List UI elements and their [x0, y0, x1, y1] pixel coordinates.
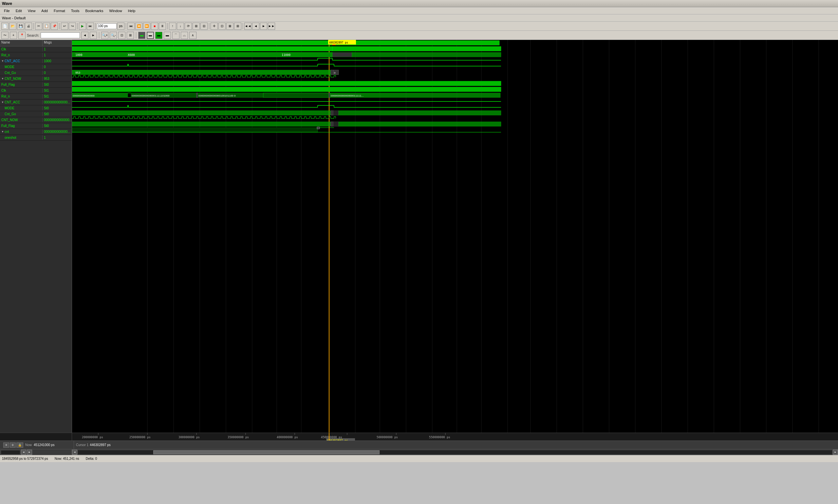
signal-name-oneshot[interactable]: oneshot [0, 136, 42, 140]
zoom-input[interactable] [97, 23, 117, 29]
now-zoom-icons[interactable]: ☀ [3, 443, 9, 448]
tb-collapse-all[interactable]: ⊟ [200, 22, 208, 30]
menu-edit[interactable]: Edit [13, 8, 24, 14]
expand-icon-cnt_acc_group[interactable]: ▼ [1, 59, 4, 62]
scrollbar-left[interactable]: ◄ [72, 450, 77, 455]
signal-name-cnt_now2[interactable]: CNT_NOW [0, 118, 42, 122]
signal-name-cnt_acc2[interactable]: ▼CNT_ACC [0, 100, 42, 104]
tb2-wave-style2[interactable]: ▬ [147, 32, 154, 39]
svg-text:953: 953 [75, 71, 80, 74]
tb-new[interactable]: 📄 [1, 22, 8, 30]
tb2-wave-style7[interactable]: ∧ [189, 32, 196, 39]
menu-tools[interactable]: Tools [68, 8, 82, 14]
tb-wave-up[interactable]: ↑ [169, 22, 176, 30]
menu-bookmarks[interactable]: Bookmarks [83, 8, 106, 14]
tb2-wave-style5[interactable]: ⌒ [172, 32, 179, 39]
tb-nav4[interactable]: ►► [268, 22, 275, 30]
tb-run2[interactable]: ⏭ [87, 22, 94, 30]
tb-expand-all[interactable]: ⊞ [193, 22, 200, 30]
tb-redo[interactable]: ↪ [69, 22, 76, 30]
svg-rect-69 [263, 93, 329, 97]
tb-run[interactable]: ▶ [79, 22, 86, 30]
waveform-canvas[interactable]: 1000 X600 11000 [72, 40, 838, 433]
tb2-wave-style3[interactable]: ▬ [155, 32, 162, 39]
tb2-wave-style4[interactable]: ▬ [164, 32, 171, 39]
tb-nav1[interactable]: ◄◄ [244, 22, 251, 30]
search-input[interactable] [40, 32, 80, 38]
tb-cont[interactable]: ⏸ [159, 22, 166, 30]
tb-nav2[interactable]: ◄ [252, 22, 259, 30]
signal-name-full_flag[interactable]: Full_Flag [0, 83, 42, 87]
tb2-search-next[interactable]: ► [90, 32, 97, 39]
expand-icon-cnt_acc2[interactable]: ▼ [1, 101, 4, 104]
signal-name-clk[interactable]: Clk [0, 47, 42, 51]
tb-paste[interactable]: 📌 [51, 22, 58, 30]
signal-name-rst_n2[interactable]: Rst_n [0, 94, 42, 98]
menu-file[interactable]: File [1, 8, 13, 14]
tb-open[interactable]: 📂 [9, 22, 16, 30]
tb-nav3[interactable]: ► [260, 22, 267, 30]
waveform-svg[interactable]: 1000 X600 11000 [72, 40, 838, 433]
scroll-right-btn[interactable]: ► [27, 450, 32, 455]
scroll-left-btn[interactable]: ◄ [21, 450, 26, 455]
tb2-zoom-in[interactable]: 🔍+ [101, 32, 108, 39]
tb2-wave-style6[interactable]: ⌓ [181, 32, 188, 39]
tb-stop[interactable]: ■ [151, 22, 158, 30]
tb-step-fwd[interactable]: ⏩ [143, 22, 150, 30]
signal-value-cnt_acc_group: 1000 [42, 59, 72, 63]
tb2-pin[interactable]: 📍 [18, 32, 25, 39]
signal-name-cnt_go[interactable]: Cnt_Go [0, 71, 42, 75]
scrollbar-thumb[interactable] [153, 450, 380, 454]
signal-value-oneshot: 1 [42, 136, 72, 140]
tb-save[interactable]: 💾 [17, 22, 24, 30]
waveform-area[interactable]: 1000 X600 11000 [72, 40, 838, 433]
signal-name-clk2[interactable]: Clk [0, 88, 42, 93]
tb2-wave[interactable]: 〜 [1, 32, 8, 39]
tb2-zoom-full2[interactable]: ⊞ [127, 32, 134, 39]
tb2-zoom-fit2[interactable]: ⊡ [118, 32, 125, 39]
tb-zoom-apply[interactable]: ps [117, 22, 124, 30]
tb-cursor[interactable]: ✛ [211, 22, 218, 30]
tb2-grp[interactable]: + [10, 32, 17, 39]
signal-name-full_flag2[interactable]: Full_Flag [0, 124, 42, 128]
expand-icon-cnt_now[interactable]: ▼ [1, 77, 4, 80]
svg-rect-30 [72, 47, 332, 51]
signal-name-cnt_now[interactable]: ▼CNT_NOW [0, 76, 42, 81]
svg-rect-38 [352, 52, 501, 57]
signal-name-cnt_acc_group[interactable]: ▼CNT_ACC [0, 59, 42, 63]
tb2-search-prev[interactable]: ◄ [81, 32, 88, 39]
now-label: Now [25, 443, 32, 447]
svg-rect-53 [72, 70, 332, 75]
tb-print[interactable]: 🖨 [25, 22, 32, 30]
tb-undo[interactable]: ↩ [61, 22, 68, 30]
menu-help[interactable]: Help [125, 8, 138, 14]
tb-step-back[interactable]: ⏪ [135, 22, 142, 30]
scrollbar-right[interactable]: ► [833, 450, 838, 455]
tb2-zoom-out[interactable]: 🔍- [110, 32, 117, 39]
now-cursor-icon[interactable]: ✛ [10, 443, 16, 448]
scroll-input[interactable] [1, 450, 20, 454]
expand-icon-cnt[interactable]: ▼ [1, 130, 4, 133]
menu-window[interactable]: Window [107, 8, 125, 14]
signal-name-cnt_go2[interactable]: Cnt_Go [0, 112, 42, 116]
scrollbar-track[interactable] [78, 450, 832, 454]
signal-name-mode2[interactable]: MODE [0, 106, 42, 110]
signal-name-rst_n[interactable]: Rst_n [0, 53, 42, 57]
signal-value-rst_n: 1 [42, 53, 72, 57]
tb-wave-dn[interactable]: ↓ [177, 22, 184, 30]
signal-name-cnt[interactable]: ▼cnt [0, 130, 42, 134]
signal-row-full_flag: Full_FlagSt0 [0, 82, 72, 88]
now-lock-icon[interactable]: 🔒 [16, 443, 23, 448]
tb-wave-ref[interactable]: ⟳ [185, 22, 192, 30]
tb-cut[interactable]: ✂ [35, 22, 42, 30]
tb-zoom-fit[interactable]: ⊡ [219, 22, 226, 30]
menu-view[interactable]: View [25, 8, 38, 14]
menu-format[interactable]: Format [51, 8, 68, 14]
menu-add[interactable]: Add [39, 8, 50, 14]
tb2-wave-style1[interactable]: ▬ [138, 32, 145, 39]
tb-copy[interactable]: 📋 [43, 22, 50, 30]
tb-zoom-full[interactable]: ⊞ [234, 22, 241, 30]
signal-name-mode[interactable]: MODE [0, 65, 42, 69]
tb-rewind[interactable]: ⏮ [127, 22, 135, 30]
tb-zoom-sel[interactable]: ⊠ [226, 22, 233, 30]
